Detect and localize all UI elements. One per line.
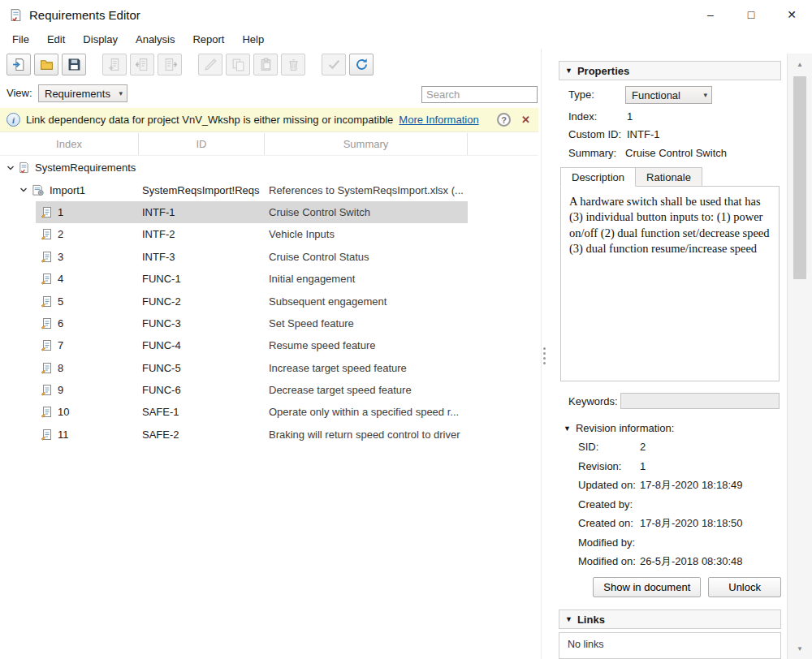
new-requirement-set-icon (12, 58, 26, 71)
search-input[interactable] (421, 86, 538, 103)
column-header-id[interactable]: ID (139, 133, 265, 155)
menu-help[interactable]: Help (233, 31, 273, 48)
requirement-row[interactable]: 2 INTF-2 Vehicle Inputs (0, 223, 538, 245)
column-header-summary[interactable]: Summary (265, 133, 468, 155)
open-button[interactable] (34, 54, 58, 75)
row-id: SystemReqsImport!Reqs (139, 184, 265, 196)
view-label: View: (6, 87, 32, 99)
menu-file[interactable]: File (3, 31, 38, 48)
requirement-row[interactable]: 10 SAFE-1 Operate only within a specifie… (0, 401, 538, 423)
chevron-down-icon[interactable] (19, 186, 28, 194)
menu-display[interactable]: Display (74, 31, 127, 48)
links-title: Links (577, 614, 605, 626)
summary-value: Cruise Control Switch (625, 147, 727, 159)
scroll-up-icon[interactable]: ▲ (788, 57, 812, 71)
keywords-input[interactable] (620, 393, 780, 409)
requirement-row[interactable]: 7 FUNC-4 Resume speed feature (0, 334, 538, 356)
copy-icon (231, 58, 245, 71)
revision-information-header[interactable]: ▼ Revision information: (564, 422, 674, 434)
more-information-link[interactable]: More Information (399, 114, 478, 126)
row-summary: References to SystemReqsImport.xlsx (... (265, 184, 538, 196)
window-title: Requirements Editor (29, 8, 140, 22)
index-label: Index: (568, 110, 597, 123)
table-header: Index ID Summary (0, 133, 538, 156)
row-summary: Operate only within a specified speed r.… (265, 406, 538, 418)
tree-root-label: SystemRequirements (35, 162, 136, 174)
row-id: INTF-1 (139, 206, 265, 218)
delete-icon (287, 58, 300, 71)
field-label: Revision: (578, 460, 640, 472)
row-id: FUNC-2 (139, 295, 265, 308)
links-section-header[interactable]: ▼ Links (559, 609, 781, 629)
window-controls: – □ ✕ (690, 0, 812, 29)
column-header-index[interactable]: Index (0, 133, 139, 155)
row-summary: Resume speed feature (265, 339, 538, 351)
collapse-triangle-icon: ▼ (565, 67, 572, 75)
view-bar: View: Requirements ▾ (0, 79, 541, 108)
check-links-button (322, 54, 346, 75)
save-button[interactable] (62, 54, 86, 75)
requirement-row[interactable]: 11 SAFE-2 Braking will return speed cont… (0, 424, 538, 446)
requirement-row[interactable]: 6 FUNC-3 Set Speed feature (0, 312, 538, 334)
import-icon (31, 184, 45, 196)
row-index: 9 (58, 384, 63, 396)
tree-row-import1[interactable]: Import1 SystemReqsImport!Reqs References… (0, 179, 538, 200)
requirements-set-icon (18, 162, 30, 174)
show-in-document-button[interactable]: Show in document (593, 577, 701, 597)
row-index: 10 (58, 406, 69, 418)
maximize-button[interactable]: □ (731, 0, 771, 29)
description-rationale-tabs: Description Rationale (560, 167, 702, 187)
menu-analysis[interactable]: Analysis (127, 31, 184, 48)
properties-title: Properties (577, 65, 629, 77)
close-button[interactable]: ✕ (771, 0, 812, 29)
requirement-row[interactable]: 1 INTF-1 Cruise Control Switch (0, 201, 538, 223)
banner-close-icon[interactable]: ✕ (521, 114, 530, 126)
vertical-scrollbar[interactable]: ▲ ▼ (787, 54, 812, 659)
add-requirement-button (102, 54, 127, 75)
tab-rationale[interactable]: Rationale (635, 167, 702, 187)
menu-report[interactable]: Report (184, 31, 233, 48)
collapse-triangle-icon: ▼ (565, 615, 572, 623)
refresh-button[interactable] (349, 54, 374, 75)
row-summary: Braking will return speed control to dri… (265, 429, 538, 441)
row-index: 2 (58, 228, 63, 240)
requirement-row[interactable]: 4 FUNC-1 Initial engagement (0, 268, 538, 290)
chevron-down-icon[interactable] (6, 164, 15, 172)
row-id: FUNC-6 (139, 384, 265, 396)
row-summary: Initial engagement (265, 273, 538, 285)
requirement-icon (41, 206, 53, 218)
row-id: INTF-3 (139, 251, 265, 263)
requirements-tree: SystemRequirements Import1 SystemReqsImp… (0, 157, 538, 446)
type-dropdown[interactable]: Functional ▾ (625, 86, 712, 104)
new-requirement-set-button[interactable] (6, 54, 31, 75)
minimize-button[interactable]: – (690, 0, 731, 29)
requirement-row[interactable]: 9 FUNC-6 Decrease target speed feature (0, 379, 538, 401)
panel-divider (541, 49, 542, 659)
field-value: 26-5月-2018 08:30:48 (640, 554, 742, 569)
view-dropdown[interactable]: Requirements ▾ (38, 84, 127, 102)
tree-row-systemrequirements[interactable]: SystemRequirements (0, 157, 538, 179)
scroll-down-icon[interactable]: ▼ (788, 641, 812, 656)
description-text-area[interactable]: A hardware switch shall be used that has… (560, 186, 780, 381)
requirement-icon (41, 384, 53, 396)
title-bar: Requirements Editor – □ ✕ (0, 0, 812, 29)
requirement-icon (41, 228, 53, 240)
menu-edit[interactable]: Edit (38, 31, 74, 48)
requirement-row[interactable]: 3 INTF-3 Cruise Control Status (0, 246, 538, 268)
help-icon[interactable]: ? (497, 113, 511, 127)
keywords-label: Keywords: (568, 395, 618, 407)
refresh-icon (355, 58, 369, 71)
row-index: 5 (58, 295, 63, 308)
requirement-row[interactable]: 5 FUNC-2 Subsequent engagement (0, 290, 538, 312)
unlock-button[interactable]: Unlock (708, 577, 781, 597)
field-label: Modified on: (578, 555, 640, 567)
type-dropdown-value: Functional (632, 89, 680, 101)
scrollbar-thumb[interactable] (793, 76, 806, 279)
tab-description[interactable]: Description (560, 167, 636, 187)
paste-icon (259, 58, 273, 71)
requirement-row[interactable]: 8 FUNC-5 Increase target speed feature (0, 357, 538, 379)
row-id: FUNC-5 (139, 362, 265, 374)
properties-section-header[interactable]: ▼ Properties (559, 61, 781, 80)
splitter-handle[interactable] (543, 347, 546, 364)
row-index: 4 (58, 273, 63, 285)
